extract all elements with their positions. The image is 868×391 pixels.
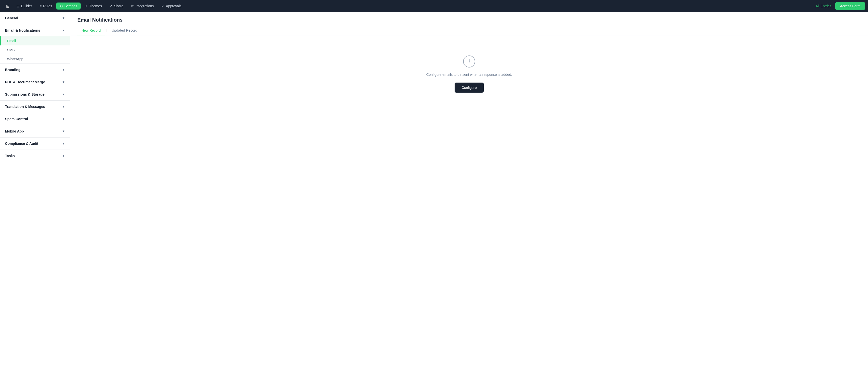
access-form-button[interactable]: Access Form — [835, 2, 865, 10]
chevron-email-notifications-icon: ▲ — [62, 29, 65, 32]
content-header: Email Notifications New Record|Updated R… — [70, 12, 868, 35]
sidebar-section-header-tasks[interactable]: Tasks▼ — [0, 150, 70, 162]
sidebar-section-label-mobile-app: Mobile App — [5, 129, 24, 133]
integrations-nav-icon: ⟳ — [131, 4, 134, 8]
sidebar-section-label-email-notifications: Email & Notifications — [5, 28, 40, 32]
chevron-branding-icon: ▼ — [62, 68, 65, 71]
sidebar-section-header-spam-control[interactable]: Spam Control▼ — [0, 113, 70, 125]
sidebar-section-submissions-storage: Submissions & Storage▼ — [0, 88, 70, 101]
nav-item-settings[interactable]: ⚙Settings — [56, 2, 81, 9]
nav-item-builder[interactable]: ⊟Builder — [13, 2, 36, 9]
sidebar-section-spam-control: Spam Control▼ — [0, 113, 70, 125]
sidebar-sub-items-email-notifications: EmailSMSWhatsApp — [0, 36, 70, 64]
sidebar-section-label-submissions-storage: Submissions & Storage — [5, 92, 44, 96]
builder-nav-label: Builder — [21, 4, 32, 8]
sidebar-section-branding: Branding▼ — [0, 64, 70, 76]
nav-item-integrations[interactable]: ⟳Integrations — [127, 2, 157, 9]
chevron-submissions-storage-icon: ▼ — [62, 93, 65, 96]
sidebar-item-sms[interactable]: SMS — [0, 45, 70, 55]
integrations-nav-label: Integrations — [135, 4, 154, 8]
content-area: Email Notifications New Record|Updated R… — [70, 12, 868, 391]
approvals-nav-label: Approvals — [166, 4, 181, 8]
settings-nav-icon: ⚙ — [60, 4, 63, 8]
chevron-translation-messages-icon: ▼ — [62, 105, 65, 108]
chevron-pdf-document-merge-icon: ▼ — [62, 80, 65, 84]
rules-nav-icon: ≡ — [40, 4, 42, 8]
nav-item-rules[interactable]: ≡Rules — [36, 2, 56, 9]
configure-button[interactable]: Configure — [455, 83, 484, 93]
sidebar-section-translation-messages: Translation & Messages▼ — [0, 101, 70, 113]
chevron-tasks-icon: ▼ — [62, 154, 65, 158]
all-entries-link[interactable]: All Entries — [812, 2, 834, 9]
empty-state: i Configure emails to be sent when a res… — [70, 35, 868, 113]
content-tabs: New Record|Updated Record — [78, 26, 861, 35]
sidebar-section-label-pdf-document-merge: PDF & Document Merge — [5, 80, 45, 84]
home-icon: ⊞ — [6, 4, 9, 8]
chevron-compliance-audit-icon: ▼ — [62, 142, 65, 145]
share-nav-icon: ↗ — [110, 4, 113, 8]
tab-updated-record[interactable]: Updated Record — [108, 26, 142, 35]
sidebar-section-mobile-app: Mobile App▼ — [0, 125, 70, 137]
empty-state-description: Configure emails to be sent when a respo… — [426, 72, 512, 76]
sidebar-section-header-branding[interactable]: Branding▼ — [0, 64, 70, 76]
nav-item-themes[interactable]: ✦Themes — [81, 2, 105, 9]
page-title: Email Notifications — [78, 17, 861, 23]
sidebar-section-general: General▼ — [0, 12, 70, 24]
sidebar-section-header-translation-messages[interactable]: Translation & Messages▼ — [0, 101, 70, 113]
sidebar-section-label-spam-control: Spam Control — [5, 117, 28, 121]
rules-nav-label: Rules — [43, 4, 52, 8]
sidebar-section-pdf-document-merge: PDF & Document Merge▼ — [0, 76, 70, 88]
sidebar-section-label-translation-messages: Translation & Messages — [5, 105, 45, 109]
main-content: Email Notifications New Record|Updated R… — [70, 12, 868, 391]
sidebar-section-email-notifications: Email & Notifications▲EmailSMSWhatsApp — [0, 24, 70, 64]
builder-nav-icon: ⊟ — [17, 4, 20, 8]
themes-nav-icon: ✦ — [85, 4, 88, 8]
sidebar-item-email[interactable]: Email — [0, 36, 70, 45]
sidebar: General▼Email & Notifications▲EmailSMSWh… — [0, 12, 70, 391]
sidebar-section-label-branding: Branding — [5, 68, 20, 72]
main-layout: General▼Email & Notifications▲EmailSMSWh… — [0, 12, 868, 391]
sidebar-section-label-general: General — [5, 16, 18, 20]
sidebar-section-header-email-notifications[interactable]: Email & Notifications▲ — [0, 24, 70, 36]
top-navigation: ⊞ ⊟Builder≡Rules⚙Settings✦Themes↗Share⟳I… — [0, 0, 868, 12]
sidebar-section-header-general[interactable]: General▼ — [0, 12, 70, 24]
chevron-spam-control-icon: ▼ — [62, 117, 65, 121]
sidebar-section-header-compliance-audit[interactable]: Compliance & Audit▼ — [0, 137, 70, 150]
tab-new-record[interactable]: New Record — [78, 26, 105, 35]
chevron-mobile-app-icon: ▼ — [62, 130, 65, 133]
nav-item-share[interactable]: ↗Share — [106, 2, 127, 9]
sidebar-section-header-mobile-app[interactable]: Mobile App▼ — [0, 125, 70, 137]
sidebar-section-label-compliance-audit: Compliance & Audit — [5, 141, 38, 145]
sidebar-section-label-tasks: Tasks — [5, 154, 15, 158]
sidebar-section-header-submissions-storage[interactable]: Submissions & Storage▼ — [0, 88, 70, 100]
info-icon: i — [463, 56, 475, 67]
home-button[interactable]: ⊞ — [3, 1, 12, 10]
chevron-general-icon: ▼ — [62, 16, 65, 20]
share-nav-label: Share — [114, 4, 123, 8]
sidebar-section-tasks: Tasks▼ — [0, 150, 70, 162]
settings-nav-label: Settings — [65, 4, 78, 8]
sidebar-section-header-pdf-document-merge[interactable]: PDF & Document Merge▼ — [0, 76, 70, 88]
approvals-nav-icon: ✓ — [161, 4, 164, 8]
sidebar-item-whatsapp[interactable]: WhatsApp — [0, 55, 70, 64]
sidebar-section-compliance-audit: Compliance & Audit▼ — [0, 137, 70, 150]
nav-item-approvals[interactable]: ✓Approvals — [158, 2, 185, 9]
themes-nav-label: Themes — [89, 4, 102, 8]
tab-divider: | — [105, 26, 108, 35]
